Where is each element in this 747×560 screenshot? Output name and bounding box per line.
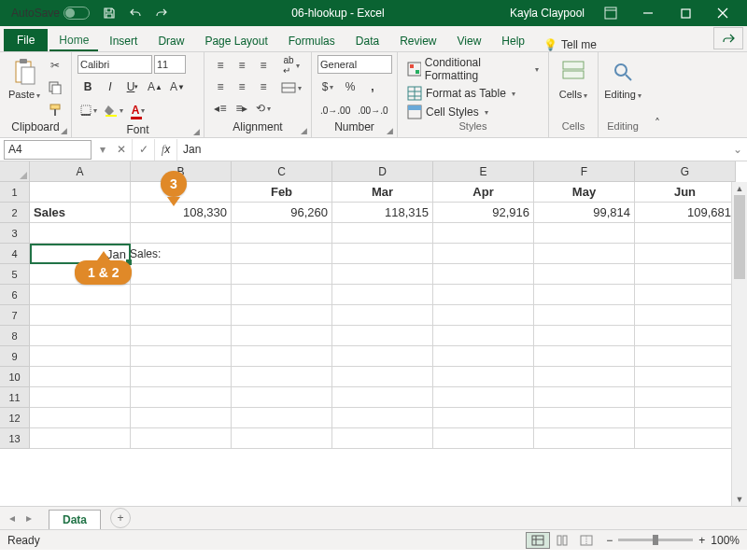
save-button[interactable] [97, 2, 121, 24]
cell-C4[interactable] [232, 244, 332, 264]
cell-F13[interactable] [534, 428, 635, 449]
cell-F6[interactable] [534, 285, 635, 305]
percent-button[interactable]: % [340, 77, 360, 97]
vertical-scrollbar[interactable]: ▲ ▼ [731, 182, 747, 506]
cell-D5[interactable] [332, 264, 433, 285]
decrease-indent-button[interactable]: ◂≡ [210, 98, 231, 119]
row-header-3[interactable]: 3 [0, 223, 30, 244]
scroll-up-arrow[interactable]: ▲ [732, 182, 747, 195]
borders-button[interactable] [78, 100, 100, 120]
col-header-e[interactable]: E [433, 161, 534, 182]
cell-F2[interactable]: 99,814 [534, 203, 635, 223]
cell-B6[interactable] [131, 285, 232, 305]
cell-F10[interactable] [534, 367, 635, 387]
underline-button[interactable]: U▾ [122, 77, 143, 97]
tab-help[interactable]: Help [492, 31, 534, 51]
cell-E12[interactable] [433, 408, 534, 428]
cell-E6[interactable] [433, 285, 534, 305]
cell-D8[interactable] [332, 326, 433, 346]
cell-F11[interactable] [534, 387, 635, 408]
user-name[interactable]: Kayla Claypool [502, 7, 592, 20]
cell-F3[interactable] [534, 223, 635, 244]
comma-button[interactable]: , [362, 77, 383, 97]
cell-F12[interactable] [534, 408, 635, 428]
cell-E1[interactable]: Apr [433, 182, 534, 203]
row-header-2[interactable]: 2 [0, 203, 30, 223]
cell-F5[interactable] [534, 264, 635, 285]
cell-G7[interactable] [635, 305, 736, 326]
enter-formula-button[interactable]: ✓ [133, 139, 155, 161]
align-middle-button[interactable]: ≡ [232, 55, 252, 76]
select-all-corner[interactable] [0, 161, 30, 182]
wrap-text-button[interactable]: ab↵ [277, 55, 305, 76]
cell-A6[interactable] [30, 285, 131, 305]
cell-G12[interactable] [635, 408, 736, 428]
font-name-combo[interactable] [78, 55, 152, 74]
row-header-8[interactable]: 8 [0, 326, 30, 346]
conditional-formatting-button[interactable]: Conditional Formatting [403, 55, 543, 83]
cell-F1[interactable]: May [534, 182, 635, 203]
cell-F7[interactable] [534, 305, 635, 326]
increase-font-button[interactable]: A▲ [145, 77, 165, 97]
row-header-10[interactable]: 10 [0, 367, 30, 387]
decrease-decimal-button[interactable]: .00→.0 [355, 100, 390, 120]
align-top-button[interactable]: ≡ [210, 55, 231, 76]
align-bottom-button[interactable]: ≡ [253, 55, 274, 76]
cell-A10[interactable] [30, 367, 131, 387]
sheet-nav-prev[interactable]: ◂ [4, 511, 21, 525]
autosave-toggle[interactable]: AutoSave [6, 7, 95, 20]
cell-B9[interactable] [131, 346, 232, 367]
cell-D12[interactable] [332, 408, 433, 428]
launcher-icon[interactable]: ◢ [61, 126, 67, 135]
cell-A8[interactable] [30, 326, 131, 346]
row-header-6[interactable]: 6 [0, 285, 30, 305]
redo-button[interactable] [149, 2, 174, 24]
cell-G4[interactable] [635, 244, 736, 264]
cell-G10[interactable] [635, 367, 736, 387]
bold-button[interactable]: B [78, 77, 98, 97]
cell-C2[interactable]: 96,260 [232, 203, 332, 223]
tab-home[interactable]: Home [49, 30, 98, 51]
row-header-7[interactable]: 7 [0, 305, 30, 326]
col-header-a[interactable]: A [30, 161, 131, 182]
font-size-combo[interactable] [154, 55, 186, 74]
cell-D7[interactable] [332, 305, 433, 326]
cut-button[interactable]: ✂ [45, 55, 65, 76]
align-left-button[interactable]: ≡ [210, 77, 231, 97]
cell-G5[interactable] [635, 264, 736, 285]
cell-E4[interactable] [433, 244, 534, 264]
tab-data[interactable]: Data [346, 31, 388, 51]
launcher-icon[interactable]: ◢ [193, 127, 200, 136]
cell-B10[interactable] [131, 367, 232, 387]
cell-D6[interactable] [332, 285, 433, 305]
cell-E2[interactable]: 92,916 [433, 203, 534, 223]
cell-C6[interactable] [232, 285, 332, 305]
cell-C9[interactable] [232, 346, 332, 367]
cell-G11[interactable] [635, 387, 736, 408]
sheet-nav-next[interactable]: ▸ [21, 511, 37, 525]
cell-G13[interactable] [635, 428, 736, 449]
minimize-button[interactable] [629, 0, 667, 26]
cell-D4[interactable] [332, 244, 433, 264]
align-center-button[interactable]: ≡ [232, 77, 252, 97]
cell-A3[interactable] [30, 223, 131, 244]
cell-B13[interactable] [131, 428, 232, 449]
format-painter-button[interactable] [45, 100, 65, 120]
tell-me[interactable]: 💡 Tell me [543, 38, 597, 51]
font-color-button[interactable]: A [128, 100, 148, 120]
insert-function-button[interactable]: fx [155, 139, 177, 161]
cancel-formula-button[interactable]: ✕ [110, 139, 133, 161]
fill-color-button[interactable] [102, 100, 126, 120]
tab-file[interactable]: File [4, 29, 48, 51]
close-button[interactable] [704, 0, 741, 26]
zoom-level[interactable]: 100% [711, 534, 740, 547]
zoom-out-button[interactable]: − [606, 534, 613, 547]
cell-C10[interactable] [232, 367, 332, 387]
cell-C7[interactable] [232, 305, 332, 326]
cell-E10[interactable] [433, 367, 534, 387]
merge-button[interactable] [277, 77, 305, 98]
cell-A1[interactable] [30, 182, 131, 203]
cell-D1[interactable]: Mar [332, 182, 433, 203]
cell-C13[interactable] [232, 428, 332, 449]
cell-B12[interactable] [131, 408, 232, 428]
